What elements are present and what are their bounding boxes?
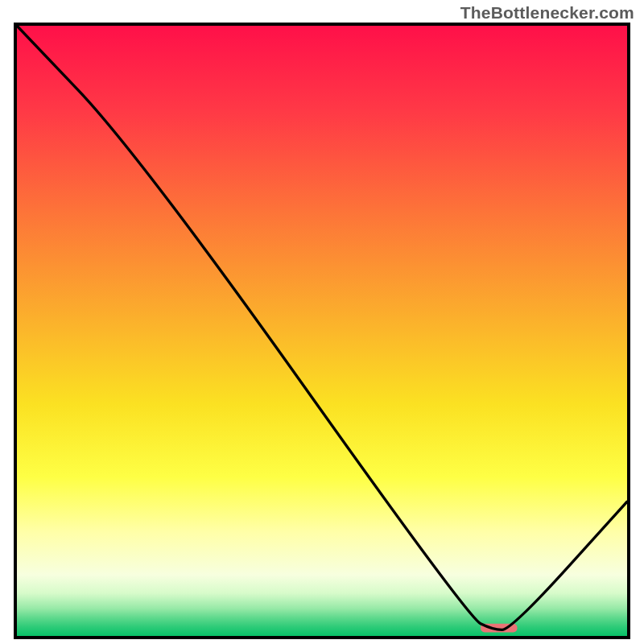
chart-frame <box>14 23 630 639</box>
bottleneck-chart <box>17 26 627 636</box>
chart-background <box>17 26 627 636</box>
watermark-text: TheBottlenecker.com <box>460 3 634 23</box>
